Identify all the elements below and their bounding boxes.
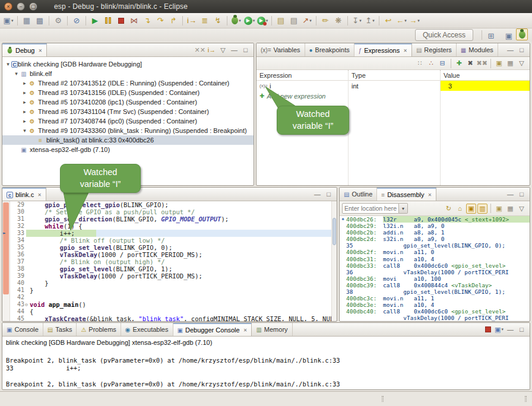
disassembly-line[interactable]: 400dbc33:call80x400dc6c0 <gpio_set_level…: [340, 262, 530, 269]
close-icon[interactable]: ✕: [38, 48, 42, 53]
tab-executables[interactable]: ◉Executables: [121, 323, 173, 336]
code-line[interactable]: 35 gpio_set_level(BLINK_GPIO, 0);: [2, 244, 337, 251]
location-input[interactable]: [342, 203, 399, 214]
instruction-stepping-toggle[interactable]: i→: [207, 45, 217, 55]
debug-tree-item[interactable]: ▸⚙Thread #6 1073431104 (Tmr Svc) (Suspen…: [2, 107, 254, 116]
tab-problems[interactable]: ⚠Problems: [77, 323, 121, 336]
build-button[interactable]: ⚙: [52, 15, 64, 27]
statusbar-grip[interactable]: [382, 396, 384, 402]
code-line[interactable]: 44{: [2, 308, 337, 315]
maximize-button[interactable]: □: [324, 189, 334, 199]
minimize-button[interactable]: —: [505, 189, 515, 199]
pin-view-button[interactable]: ▦: [505, 204, 515, 214]
twistie-icon[interactable]: ▸: [21, 109, 28, 115]
disassembly-line[interactable]: ◆400dbc26:l32ra9, 0x400d045c <_stext+109…: [340, 216, 530, 223]
view-menu-button[interactable]: ▽: [517, 204, 527, 214]
debug-tree-item[interactable]: ▣xtensa-esp32-elf-gdb (7.10): [2, 145, 254, 154]
add-expression-button[interactable]: ✚: [454, 58, 464, 68]
tab-registers[interactable]: ▤Registers: [412, 43, 457, 56]
display-selected-console-button[interactable]: ▣▾: [494, 325, 504, 335]
tab-memory[interactable]: ▥Memory: [252, 323, 292, 336]
show-source-toggle[interactable]: ▣: [466, 204, 476, 214]
debug-tree-item[interactable]: ≡blink_task() at blink.c:33 0x400dbc26: [2, 135, 254, 145]
code-line[interactable]: 32 while(1) {: [2, 223, 337, 230]
step-over-button[interactable]: ↷: [154, 15, 166, 27]
new-view-button[interactable]: ▣: [494, 204, 504, 214]
step-into-button[interactable]: ↴: [141, 15, 153, 27]
open-perspective-button[interactable]: ⊞: [485, 30, 497, 42]
suspend-button[interactable]: [102, 15, 114, 27]
code-line[interactable]: ►33 i++;: [2, 230, 337, 237]
scrollbar-thumb[interactable]: [332, 218, 336, 245]
location-dropdown-icon[interactable]: ▼: [399, 203, 408, 214]
disassembly-line[interactable]: 36 vTaskDelay(1000 / portTICK_PERI: [340, 269, 530, 275]
twistie-icon[interactable]: ▸: [21, 99, 28, 105]
save-button[interactable]: ▦: [21, 15, 33, 27]
twistie-icon[interactable]: ▾: [5, 61, 11, 67]
home-button[interactable]: ⌂: [455, 204, 465, 214]
code-line[interactable]: 34 /* Blink off (output low) */: [2, 237, 337, 244]
run-button[interactable]: ▶▾: [243, 15, 255, 27]
new-wizard-button[interactable]: ▣▾: [2, 15, 14, 27]
disassembly-line[interactable]: 400dbc3e:movi.na10, 4: [340, 302, 530, 308]
last-edit-location-button[interactable]: ↩: [382, 15, 394, 27]
open-resource-button[interactable]: ▤: [288, 15, 300, 27]
pin-view-button[interactable]: ▦: [505, 58, 515, 68]
code-editor[interactable]: 29 gpio_pad_select_gpio(BLINK_GPIO);30 /…: [2, 201, 337, 321]
disassembly-line[interactable]: 400dbc2d:s32i.na8, a9, 0: [340, 236, 530, 242]
disconnect-button[interactable]: ⋈: [128, 15, 140, 27]
maximize-icon[interactable]: ▢: [29, 2, 37, 11]
search-button[interactable]: ↗▾: [301, 15, 313, 27]
code-line[interactable]: 39 vTaskDelay(1000 / portTICK_PERIOD_MS)…: [2, 272, 337, 280]
editor-scrollbar[interactable]: [331, 201, 337, 321]
view-menu-button[interactable]: ▽: [218, 45, 228, 55]
tab-breakpoints[interactable]: ●Breakpoints: [305, 43, 354, 56]
show-type-names-button[interactable]: ∷: [415, 58, 425, 68]
code-line[interactable]: 40 }: [2, 280, 337, 287]
open-element-button[interactable]: ▤: [275, 15, 287, 27]
track-expression-toggle[interactable]: ▥: [477, 204, 487, 214]
close-icon[interactable]: ✕: [428, 192, 432, 198]
maximize-button[interactable]: □: [517, 325, 527, 335]
debug-tree-item[interactable]: ▾Cblink checking [GDB Hardware Debugging…: [2, 59, 254, 69]
code-line[interactable]: 31 gpio_set_direction(BLINK_GPIO, GPIO_M…: [2, 215, 337, 223]
tab-outline[interactable]: ▤Outline: [340, 188, 377, 201]
disassembly-line[interactable]: 400dbc36:movia10, 100: [340, 275, 530, 282]
close-icon[interactable]: ✕: [403, 48, 407, 53]
console-output[interactable]: Breakpoint 2, blink_task (pvParameter=0x…: [2, 347, 530, 390]
forward-button[interactable]: →▾: [408, 15, 420, 27]
disassembly-line[interactable]: 400dbc2f:movi.na11, 0: [340, 249, 530, 255]
next-annotation-button[interactable]: ↧▾: [351, 15, 363, 27]
format-button[interactable]: ✏: [319, 15, 331, 27]
disassembly-line[interactable]: 35 gpio_set_level(BLINK_GPIO, 0);: [340, 242, 530, 249]
twistie-icon[interactable]: ▸: [21, 90, 28, 96]
twistie-icon[interactable]: ▸: [21, 118, 28, 124]
debug-perspective-button[interactable]: [516, 28, 528, 40]
show-logical-structure-button[interactable]: ∴: [426, 58, 436, 68]
tab-debug[interactable]: Debug ✕: [2, 43, 47, 56]
hot-code-replace-button[interactable]: ↯: [212, 15, 224, 27]
code-line[interactable]: 37 /* Blink on (output high) */: [2, 258, 337, 265]
tab-tasks[interactable]: ▤Tasks: [43, 323, 77, 336]
tab-blink-c[interactable]: c blink.c ✕: [2, 188, 46, 201]
minimize-button[interactable]: —: [229, 45, 239, 55]
disassembly-line[interactable]: 400dbc40:call80x400dc6c0 <gpio_set_level…: [340, 308, 530, 315]
quick-access-button[interactable]: Quick Access: [415, 29, 473, 41]
tab-debugger-console[interactable]: ▣Debugger Console✕: [173, 323, 252, 336]
terminate-button[interactable]: [115, 15, 127, 27]
minimize-button[interactable]: —: [505, 45, 515, 55]
debug-tree-item[interactable]: ▸⚙Thread #3 1073413156 (IDLE) (Suspended…: [2, 88, 254, 97]
remove-all-expressions-button[interactable]: ✖✖: [477, 58, 487, 68]
disassembly-listing[interactable]: ◆400dbc26:l32ra9, 0x400d045c <_stext+109…: [340, 216, 530, 321]
tab-modules[interactable]: ▦Modules: [457, 43, 498, 56]
close-icon[interactable]: ×: [4, 2, 12, 11]
close-icon[interactable]: ✕: [243, 328, 248, 333]
use-step-filters-button[interactable]: ≣: [199, 15, 211, 27]
maximize-button[interactable]: □: [240, 45, 251, 55]
resize-grip[interactable]: [525, 396, 527, 402]
resume-button[interactable]: ▶: [89, 15, 101, 27]
code-line[interactable]: 42: [2, 294, 337, 301]
tab-variables[interactable]: (x)=Variables: [256, 43, 305, 56]
minimize-icon[interactable]: −: [17, 2, 25, 11]
column-value[interactable]: Value: [441, 70, 530, 80]
